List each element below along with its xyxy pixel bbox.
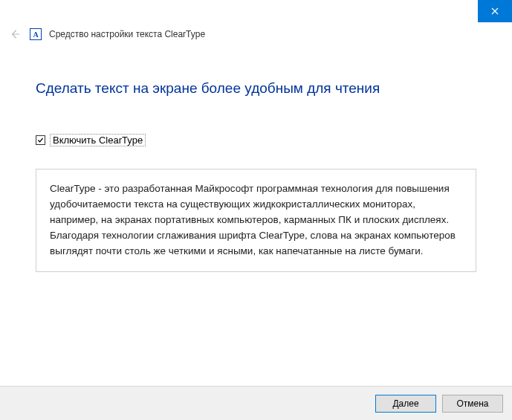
close-icon [491,7,499,15]
back-button[interactable] [7,27,22,42]
window-title: Средство настройки текста ClearType [49,29,205,39]
content-area: Сделать текст на экране более удобным дл… [0,51,512,272]
header: A Средство настройки текста ClearType [0,22,512,51]
description-text: ClearType - это разработанная Майкрософт… [36,169,476,272]
enable-cleartype-row: Включить ClearType [36,134,476,146]
enable-cleartype-checkbox[interactable] [36,135,45,145]
enable-cleartype-label[interactable]: Включить ClearType [50,134,146,146]
checkmark-icon [37,137,44,143]
cancel-button[interactable]: Отмена [442,395,503,413]
back-arrow-icon [10,29,20,39]
footer: Далее Отмена [0,386,512,420]
titlebar [0,0,512,22]
page-heading: Сделать текст на экране более удобным дл… [36,80,476,97]
next-button[interactable]: Далее [375,395,436,413]
close-button[interactable] [478,0,512,22]
app-icon: A [30,28,42,40]
